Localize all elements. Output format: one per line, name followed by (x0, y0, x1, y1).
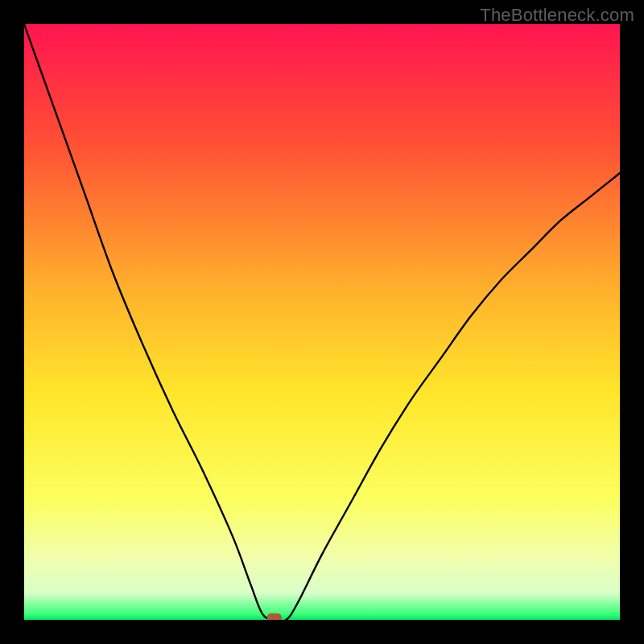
watermark-text: TheBottleneck.com (480, 5, 634, 26)
gradient-background (24, 24, 620, 620)
chart-svg (24, 24, 620, 620)
plot-area (24, 24, 620, 620)
chart-frame: TheBottleneck.com (0, 0, 644, 644)
optimum-marker (267, 613, 282, 620)
